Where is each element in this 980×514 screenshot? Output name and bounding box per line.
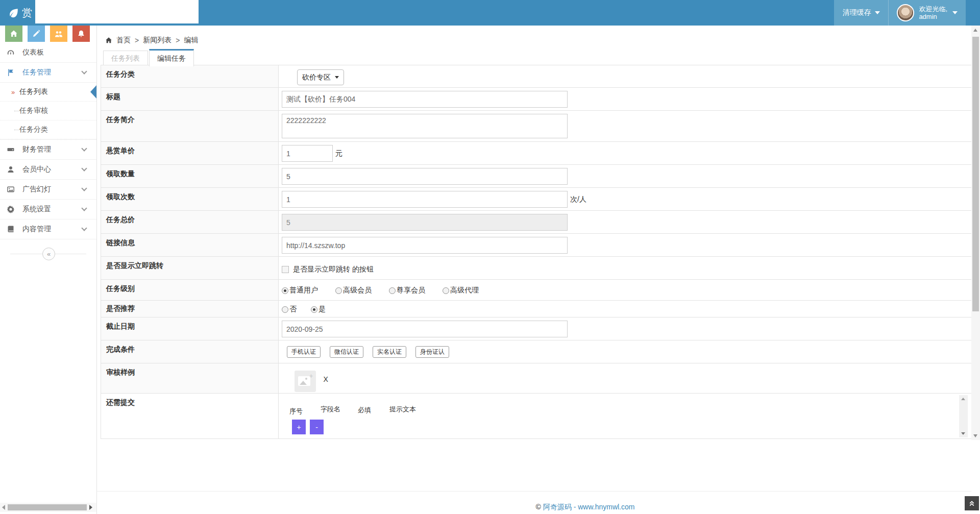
form-row-recommend: 是否推荐 否 是 (101, 301, 971, 317)
user-icon (7, 165, 15, 174)
breadcrumb-news-list[interactable]: 新闻列表 (143, 36, 172, 45)
page-footer: © 阿奇源码 - www.hnymwl.com (97, 491, 971, 512)
title-input[interactable] (282, 91, 568, 108)
sidebar-menu: 仪表板 任务管理 » 任务列表 任务审核 任务分类 (0, 43, 96, 239)
footer-link[interactable]: 阿奇源码 - www.hnymwl.com (543, 503, 635, 511)
radio-option-senior-member[interactable]: 高级会员 (335, 286, 372, 295)
sidebar-item-content[interactable]: 内容管理 (0, 219, 96, 239)
form-label: 完成条件 (101, 340, 279, 363)
vertical-scrollbar[interactable] (971, 26, 980, 440)
tab-bar: 任务列表 编辑任务 (103, 49, 194, 66)
radio-option-normal-user[interactable]: 普通用户 (282, 286, 318, 295)
breadcrumb: 首页 > 新闻列表 > 编辑 (105, 36, 198, 45)
scroll-down-arrow-icon[interactable] (973, 434, 977, 437)
scroll-down-arrow-icon[interactable] (961, 432, 965, 435)
breadcrumb-edit: 编辑 (184, 36, 198, 45)
form-label: 任务分类 (101, 65, 279, 87)
sidebar-item-settings[interactable]: 系统设置 (0, 200, 96, 219)
task-category-select[interactable]: 砍价专区 (297, 69, 344, 85)
form-label: 链接信息 (101, 234, 279, 256)
vertical-scrollbar-thumb[interactable] (972, 37, 979, 311)
radio-option-premium-member[interactable]: 尊享会员 (389, 286, 425, 295)
home-button[interactable] (5, 26, 22, 42)
tab-edit-task[interactable]: 编辑任务 (149, 49, 194, 66)
leaf-icon (8, 8, 18, 18)
chevron-down-icon (81, 225, 87, 231)
flag-icon (7, 68, 15, 77)
top-navbar: 赏 清理缓存 欢迎光临, admin (0, 0, 980, 26)
form-row-deadline: 截止日期 (101, 317, 971, 340)
sidebar-item-members[interactable]: 会员中心 (0, 160, 96, 180)
sidebar-item-task-review[interactable]: 任务审核 (0, 102, 96, 120)
sidebar-item-task-management[interactable]: 任务管理 (0, 63, 96, 83)
sidebar-item-task-list[interactable]: » 任务列表 (0, 83, 96, 102)
sidebar-item-dashboard[interactable]: 仪表板 (0, 43, 96, 63)
scroll-left-arrow-icon[interactable] (2, 505, 5, 510)
sidebar-item-finance[interactable]: 财务管理 (0, 140, 96, 160)
radio-option-senior-agent[interactable]: 高级代理 (443, 286, 479, 295)
breadcrumb-separator: > (135, 36, 139, 44)
image-upload-placeholder[interactable]: + (295, 371, 316, 392)
horizontal-scrollbar-thumb[interactable] (8, 504, 87, 510)
idcard-verify-button[interactable]: 身份证认 (415, 346, 449, 358)
claim-quantity-input[interactable] (282, 168, 568, 185)
deadline-input[interactable] (282, 321, 568, 337)
tab-task-list[interactable]: 任务列表 (103, 51, 148, 66)
users-icon (55, 30, 63, 38)
form-row-task-level: 任务级别 普通用户 高级会员 尊享会员 (101, 280, 971, 301)
avatar (897, 4, 914, 21)
add-field-button[interactable]: + (292, 420, 306, 434)
radio-label: 是 (318, 305, 326, 314)
sidebar-item-ads[interactable]: 广告幻灯 (0, 180, 96, 200)
radio-option-no[interactable]: 否 (282, 305, 297, 314)
checkbox-label: 是否显示立即跳转 的按钮 (293, 265, 374, 274)
remove-field-button[interactable]: - (310, 420, 324, 434)
scroll-right-arrow-icon[interactable] (89, 505, 92, 510)
edit-button[interactable] (28, 26, 45, 42)
sidebar-item-label: 任务审核 (19, 106, 48, 115)
sidebar-item-task-category[interactable]: 任务分类 (0, 120, 96, 139)
home-icon (10, 30, 18, 38)
sidebar-shortcut-buttons (5, 26, 90, 42)
task-intro-textarea[interactable]: 2222222222 (282, 114, 568, 138)
form-row-category: 任务分类 砍价专区 (101, 65, 971, 88)
caret-down-icon (952, 11, 958, 14)
realname-verify-button[interactable]: 实名认证 (373, 346, 406, 358)
notifications-button[interactable] (72, 26, 90, 42)
radio-label: 高级代理 (450, 286, 479, 295)
phone-verify-button[interactable]: 手机认证 (287, 346, 321, 358)
main-content: 首页 > 新闻列表 > 编辑 任务列表 编辑任务 任务分类 砍价专区 标题 (97, 26, 971, 514)
chevron-down-icon (81, 145, 87, 151)
form-label: 是否推荐 (101, 301, 279, 317)
claim-times-input[interactable] (282, 191, 568, 208)
form-label: 领取数量 (101, 165, 279, 187)
form-label: 标题 (101, 88, 279, 110)
form-label: 还需提交 (101, 394, 279, 438)
users-button[interactable] (50, 26, 67, 42)
link-input[interactable] (282, 237, 568, 254)
back-to-top-button[interactable] (965, 496, 979, 510)
subtable-scrollbar[interactable] (959, 395, 968, 437)
image-icon (7, 185, 15, 193)
scroll-up-arrow-icon[interactable] (973, 29, 977, 32)
radio-label: 普通用户 (289, 286, 318, 295)
unit-suffix: 元 (335, 149, 342, 158)
caret-down-icon (335, 76, 339, 79)
angle-double-up-icon (968, 500, 975, 507)
bell-icon (77, 30, 85, 38)
unit-price-input[interactable] (282, 145, 333, 162)
form-label: 是否显示立即跳转 (101, 257, 279, 279)
user-dropdown[interactable]: 欢迎光临, admin (889, 0, 966, 26)
breadcrumb-home[interactable]: 首页 (116, 36, 131, 45)
show-jump-checkbox[interactable] (282, 266, 289, 273)
brand-logo[interactable]: 赏 (8, 6, 32, 20)
form-row-conditions: 完成条件 手机认证 微信认证 实名认证 身份证认 (101, 340, 971, 363)
gear-icon (7, 205, 15, 213)
scroll-up-arrow-icon[interactable] (961, 398, 965, 400)
subtable-header: 序号 字段名 必填 提示文本 (289, 405, 971, 416)
wechat-verify-button[interactable]: 微信认证 (330, 346, 363, 358)
clear-cache-dropdown[interactable]: 清理缓存 (834, 0, 888, 26)
sidebar-collapse-button[interactable]: « (42, 248, 55, 260)
remove-image-button[interactable]: X (323, 375, 328, 383)
radio-option-yes[interactable]: 是 (311, 305, 326, 314)
